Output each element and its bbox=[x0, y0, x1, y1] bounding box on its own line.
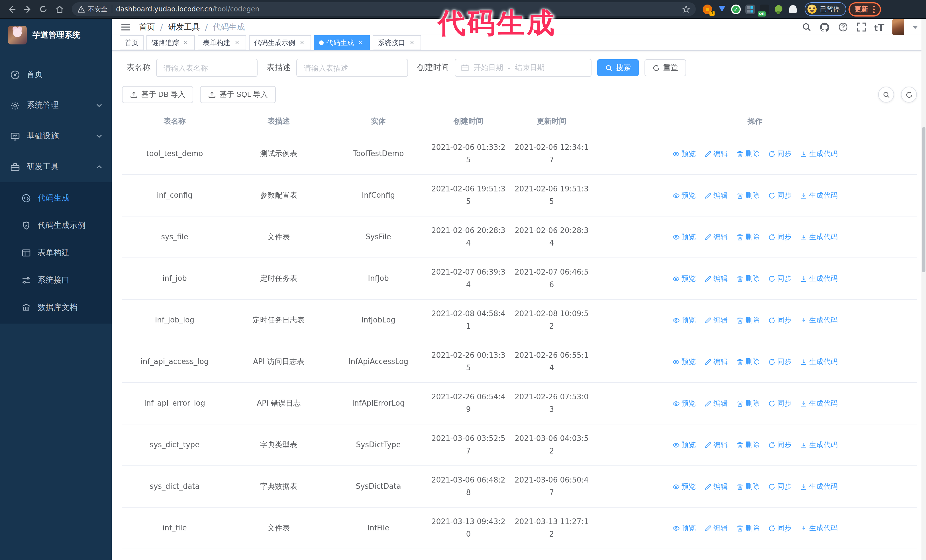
help-icon[interactable] bbox=[838, 22, 848, 32]
generate-code-link[interactable]: 生成代码 bbox=[800, 480, 838, 493]
generate-code-link[interactable]: 生成代码 bbox=[800, 314, 838, 326]
table-name-input[interactable] bbox=[156, 59, 257, 77]
delete-link[interactable]: 删除 bbox=[736, 189, 760, 202]
edit-link[interactable]: 编辑 bbox=[704, 355, 728, 368]
close-icon[interactable]: × bbox=[233, 39, 241, 47]
sidebar-item-codegen[interactable]: 代码生成 bbox=[0, 184, 112, 212]
generate-code-link[interactable]: 生成代码 bbox=[800, 272, 838, 285]
tab-codegen[interactable]: 代码生成× bbox=[314, 35, 370, 50]
tab-codegen-demo[interactable]: 代码生成示例× bbox=[249, 35, 311, 50]
sidebar-item-codegen-demo[interactable]: 代码生成示例 bbox=[0, 212, 112, 239]
breadcrumb-home[interactable]: 首页 bbox=[139, 22, 155, 32]
extension-icon-6[interactable] bbox=[774, 4, 784, 14]
extension-icon-1[interactable]: 1 bbox=[703, 4, 712, 14]
bookmark-star-icon[interactable] bbox=[682, 5, 690, 13]
sidebar-item-devtools[interactable]: 研发工具 bbox=[0, 151, 112, 182]
generate-code-link[interactable]: 生成代码 bbox=[800, 148, 838, 160]
sync-link[interactable]: 同步 bbox=[768, 314, 791, 326]
close-icon[interactable]: × bbox=[182, 39, 190, 47]
extension-icon-2[interactable] bbox=[717, 4, 726, 14]
preview-link[interactable]: 预览 bbox=[672, 522, 696, 534]
sync-link[interactable]: 同步 bbox=[768, 148, 791, 160]
scrollbar-thumb[interactable] bbox=[922, 127, 925, 272]
sidebar-fold-icon[interactable] bbox=[120, 21, 131, 33]
forward-icon[interactable] bbox=[21, 2, 34, 16]
sidebar-item-form-builder[interactable]: 表单构建 bbox=[0, 239, 112, 267]
reset-button[interactable]: 重置 bbox=[645, 59, 686, 76]
sidebar-item-system-api[interactable]: 系统接口 bbox=[0, 267, 112, 294]
preview-link[interactable]: 预览 bbox=[672, 314, 696, 326]
delete-link[interactable]: 删除 bbox=[736, 355, 760, 368]
back-icon[interactable] bbox=[5, 2, 18, 16]
edit-link[interactable]: 编辑 bbox=[704, 272, 728, 285]
close-icon[interactable]: × bbox=[298, 39, 306, 47]
preview-link[interactable]: 预览 bbox=[672, 231, 696, 243]
address-bar[interactable]: 不安全 dashboard.yudao.iocoder.cn/tool/code… bbox=[72, 2, 696, 16]
date-range-picker[interactable]: 开始日期 - 结束日期 bbox=[455, 59, 592, 77]
sync-link[interactable]: 同步 bbox=[768, 480, 791, 493]
tab-home[interactable]: 首页 bbox=[120, 35, 144, 50]
reload-icon[interactable] bbox=[36, 2, 50, 16]
url-text[interactable]: dashboard.yudao.iocoder.cn/tool/codegen bbox=[116, 5, 260, 13]
font-size-icon[interactable]: tT bbox=[874, 21, 884, 33]
delete-link[interactable]: 删除 bbox=[736, 314, 760, 326]
delete-link[interactable]: 删除 bbox=[736, 522, 760, 534]
browser-update-button[interactable]: 更新 bbox=[848, 2, 881, 16]
edit-link[interactable]: 编辑 bbox=[704, 314, 728, 326]
security-warning[interactable]: 不安全 bbox=[77, 5, 107, 14]
tab-tracing[interactable]: 链路追踪× bbox=[147, 35, 195, 50]
sync-link[interactable]: 同步 bbox=[768, 522, 791, 534]
search-button[interactable]: 搜索 bbox=[597, 59, 639, 76]
page-scrollbar[interactable] bbox=[921, 19, 926, 560]
generate-code-link[interactable]: 生成代码 bbox=[800, 397, 838, 410]
sidebar-item-system[interactable]: 系统管理 bbox=[0, 90, 112, 121]
table-desc-input[interactable] bbox=[296, 59, 408, 77]
delete-link[interactable]: 删除 bbox=[736, 397, 760, 410]
close-icon[interactable]: × bbox=[408, 39, 416, 47]
generate-code-link[interactable]: 生成代码 bbox=[800, 522, 838, 534]
sync-link[interactable]: 同步 bbox=[768, 189, 791, 202]
import-sql-button[interactable]: 基于 SQL 导入 bbox=[200, 86, 276, 103]
generate-code-link[interactable]: 生成代码 bbox=[800, 355, 838, 368]
sync-link[interactable]: 同步 bbox=[768, 439, 791, 451]
delete-link[interactable]: 删除 bbox=[736, 231, 760, 243]
sidebar-item-home[interactable]: 首页 bbox=[0, 59, 112, 90]
sync-link[interactable]: 同步 bbox=[768, 231, 791, 243]
edit-link[interactable]: 编辑 bbox=[704, 480, 728, 493]
sync-link[interactable]: 同步 bbox=[768, 272, 791, 285]
chrome-menu-icon[interactable] bbox=[873, 5, 875, 13]
edit-link[interactable]: 编辑 bbox=[704, 397, 728, 410]
preview-link[interactable]: 预览 bbox=[672, 397, 696, 410]
user-avatar[interactable] bbox=[893, 19, 904, 35]
sync-link[interactable]: 同步 bbox=[768, 397, 791, 410]
delete-link[interactable]: 删除 bbox=[736, 272, 760, 285]
tab-system-api[interactable]: 系统接口× bbox=[373, 35, 421, 50]
close-icon[interactable]: × bbox=[357, 39, 365, 47]
generate-code-link[interactable]: 生成代码 bbox=[800, 231, 838, 243]
edit-link[interactable]: 编辑 bbox=[704, 231, 728, 243]
edit-link[interactable]: 编辑 bbox=[704, 189, 728, 202]
profile-paused-badge[interactable]: 已暂停 bbox=[805, 2, 846, 16]
preview-link[interactable]: 预览 bbox=[672, 355, 696, 368]
extension-icon-7[interactable] bbox=[788, 4, 798, 14]
tab-form-builder[interactable]: 表单构建× bbox=[198, 35, 246, 50]
breadcrumb-devtools[interactable]: 研发工具 bbox=[168, 22, 200, 32]
sync-link[interactable]: 同步 bbox=[768, 355, 791, 368]
refresh-table-icon[interactable] bbox=[901, 87, 917, 103]
app-logo-row[interactable]: 芋道管理系统 bbox=[0, 19, 112, 53]
edit-link[interactable]: 编辑 bbox=[704, 522, 728, 534]
search-icon[interactable] bbox=[801, 22, 811, 32]
preview-link[interactable]: 预览 bbox=[672, 439, 696, 451]
home-icon[interactable] bbox=[53, 2, 66, 16]
extension-icon-3[interactable] bbox=[731, 4, 741, 14]
sidebar-item-db-doc[interactable]: 数据库文档 bbox=[0, 294, 112, 321]
generate-code-link[interactable]: 生成代码 bbox=[800, 189, 838, 202]
edit-link[interactable]: 编辑 bbox=[704, 439, 728, 451]
toggle-search-icon[interactable] bbox=[878, 87, 894, 103]
generate-code-link[interactable]: 生成代码 bbox=[800, 439, 838, 451]
import-db-button[interactable]: 基于 DB 导入 bbox=[122, 86, 194, 103]
fullscreen-icon[interactable] bbox=[856, 22, 866, 32]
extension-icon-5[interactable]: on bbox=[760, 4, 769, 14]
delete-link[interactable]: 删除 bbox=[736, 480, 760, 493]
edit-link[interactable]: 编辑 bbox=[704, 148, 728, 160]
